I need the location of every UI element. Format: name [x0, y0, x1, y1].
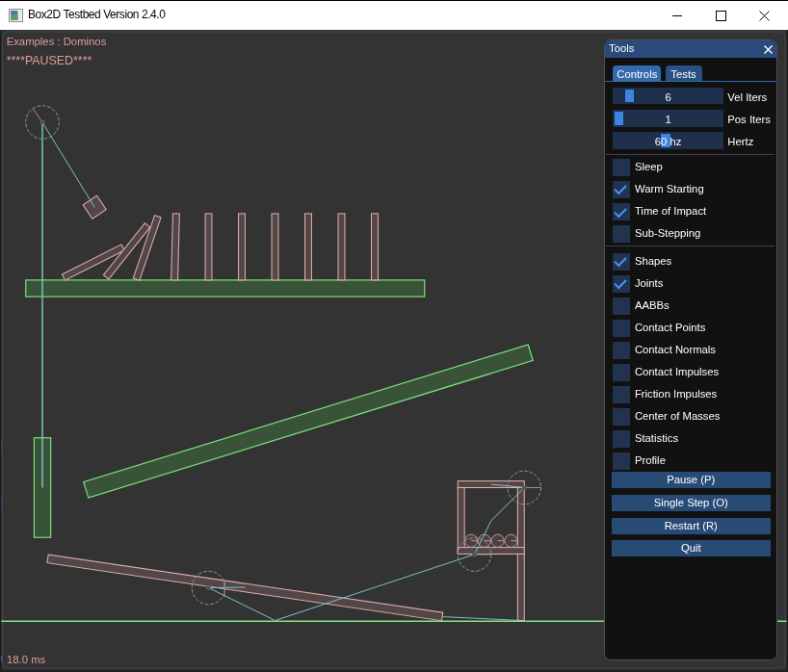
- svg-text:****PAUSED****: ****PAUSED****: [7, 54, 92, 67]
- svg-text:18.0 ms: 18.0 ms: [7, 654, 46, 665]
- svg-text:Examples : Dominos: Examples : Dominos: [7, 36, 107, 47]
